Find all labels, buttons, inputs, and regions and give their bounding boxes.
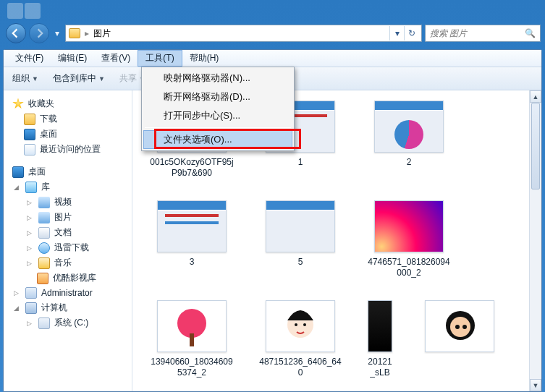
scroll-down-button[interactable]: ▼ [530,379,541,391]
file-name: 3 [190,257,195,268]
address-bar[interactable]: ▸ 图片 ▾ ↻ [65,25,422,42]
file-name: 4746571_081826094000_2 [366,257,452,278]
sidebar-desktop-root[interactable]: 桌面 [8,164,127,179]
sidebar-xunlei[interactable]: ▷迅雷下载 [8,240,127,255]
expand-icon[interactable]: ▷ [27,260,34,267]
taskbar-icon [25,3,41,19]
search-input[interactable]: 搜索 图片 🔍 [425,25,541,42]
file-item[interactable]: 20121_sLB [366,300,394,378]
file-name: 13940660_180346095374_2 [148,357,235,378]
history-dropdown[interactable]: ▾ [52,25,62,42]
youku-icon [37,273,48,284]
menubar: 文件(F) 编辑(E) 查看(V) 工具(T) 帮助(H) [4,50,541,67]
file-name: 001c5OKozy6OTF95jP9b7&690 [148,157,235,179]
sidebar-desktop[interactable]: 桌面 [8,127,127,142]
toolbar-include-in-library[interactable]: 包含到库中▼ [53,72,105,85]
download-icon [38,242,50,254]
menu-view[interactable]: 查看(V) [94,50,138,67]
svg-point-8 [462,325,467,329]
search-placeholder: 搜索 图片 [430,27,467,40]
breadcrumb-dropdown[interactable]: ▾ [389,26,404,41]
menu-help[interactable]: 帮助(H) [182,50,227,67]
collapse-icon[interactable]: ◢ [14,184,21,191]
search-icon: 🔍 [525,28,536,38]
computer-icon [25,302,37,314]
file-name: 1 [298,157,303,168]
sidebar-music[interactable]: ▷音乐 [8,255,127,270]
menu-file[interactable]: 文件(F) [8,50,51,67]
library-icon [25,182,37,193]
collapse-icon[interactable]: ◢ [14,304,21,312]
file-item[interactable]: 2 [366,101,452,179]
file-item[interactable]: 5 [257,200,344,278]
folder-icon [24,114,35,125]
thumbnail [266,300,335,352]
forward-button[interactable] [29,23,49,43]
music-icon [38,257,50,269]
menu-tools[interactable]: 工具(T) [138,50,182,67]
file-item[interactable]: 13940660_180346095374_2 [148,300,235,378]
user-icon [25,287,37,299]
svg-point-7 [455,325,460,329]
sidebar-pictures[interactable]: ▷图片 [8,210,127,225]
sidebar-admin[interactable]: ▷Administrator [8,286,127,300]
svg-point-6 [450,317,470,337]
thumbnail [425,300,494,352]
taskbar-icon [7,3,23,19]
sidebar-documents[interactable]: ▷文档 [8,225,127,240]
thumbnail [374,200,444,252]
thumbnail [266,200,335,252]
expand-icon[interactable]: ▷ [27,214,34,221]
nav-row: ▾ ▸ 图片 ▾ ↻ 搜索 图片 🔍 [0,22,545,48]
sidebar-computer[interactable]: ◢计算机 [8,300,127,315]
sidebar-favorites[interactable]: 收藏夹 [8,96,127,111]
file-name: 20121_sLB [366,357,394,378]
scroll-thumb[interactable] [531,103,540,189]
file-name: 5 [298,257,303,268]
video-icon [38,197,50,208]
thumbnail [374,101,444,153]
menu-edit[interactable]: 编辑(E) [51,50,94,67]
desktop-icon [24,129,35,140]
recent-icon [24,144,35,155]
star-icon [12,98,24,110]
file-item[interactable]: 4746571_081826094000_2 [366,200,452,278]
sidebar-downloads[interactable]: 下载 [8,111,127,127]
expand-icon[interactable]: ▷ [14,289,21,297]
expand-icon[interactable]: ▷ [27,229,34,237]
thumbnail [157,200,227,252]
scroll-up-button[interactable]: ▲ [530,90,541,103]
thumbnail [157,300,227,352]
back-button[interactable] [6,23,26,43]
file-item[interactable]: 487151236_6406_640 [257,300,344,378]
folder-icon [69,28,80,38]
svg-point-4 [303,323,306,326]
menu-map-network-drive[interactable]: 映射网络驱动器(N)... [143,69,292,88]
sidebar-youku[interactable]: 优酷影视库 [8,270,127,286]
breadcrumb-current[interactable]: 图片 [93,27,111,40]
svg-rect-1 [190,333,194,346]
menu-open-sync-center[interactable]: 打开同步中心(S)... [143,106,292,125]
svg-point-3 [295,323,297,326]
file-item[interactable]: 3 [148,200,235,278]
menu-disconnect-network-drive[interactable]: 断开网络驱动器(D)... [143,88,292,106]
refresh-button[interactable]: ↻ [404,26,418,41]
expand-icon[interactable]: ▷ [27,244,34,252]
tools-dropdown-menu: 映射网络驱动器(N)... 断开网络驱动器(D)... 打开同步中心(S)...… [141,67,295,151]
sidebar-library[interactable]: ◢库 [8,179,127,195]
breadcrumb-sep: ▸ [85,28,89,38]
toolbar-organize[interactable]: 组织▼ [12,72,38,85]
file-name: 2 [407,157,412,168]
expand-icon[interactable]: ▷ [27,320,34,327]
expand-icon[interactable]: ▷ [27,199,34,206]
vertical-scrollbar[interactable]: ▲ ▼ [529,90,541,391]
file-item[interactable] [416,300,503,378]
drive-icon [38,318,50,329]
picture-icon [38,212,50,223]
menu-separator [145,127,291,128]
sidebar-video[interactable]: ▷视频 [8,195,127,210]
menu-folder-options[interactable]: 文件夹选项(O)... [143,130,292,149]
sidebar-drive-c[interactable]: ▷系统 (C:) [8,315,127,331]
file-name: 487151236_6406_640 [257,357,344,378]
sidebar-recent[interactable]: 最近访问的位置 [8,142,127,157]
